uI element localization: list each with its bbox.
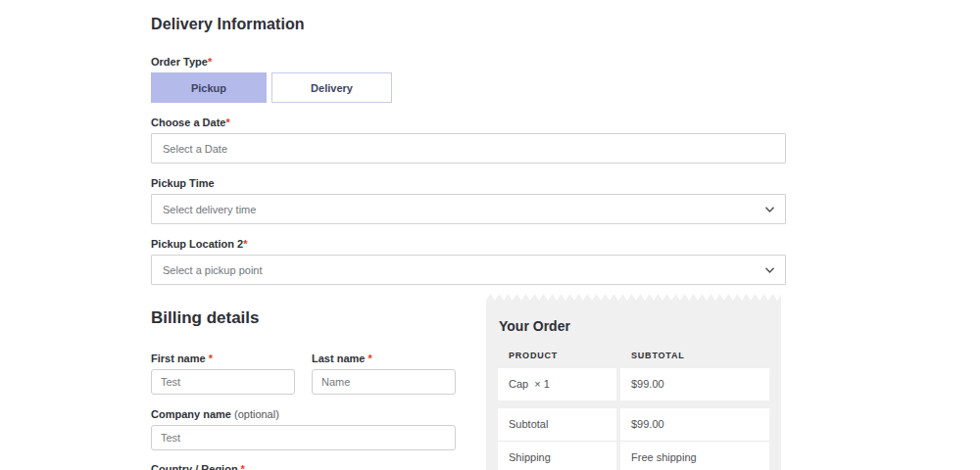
- pickup-location-field: Pickup Location 2* Select a pickup point: [151, 238, 786, 285]
- pickup-time-selected-value: Select delivery time: [163, 204, 256, 215]
- last-name-label: Last name*: [312, 352, 456, 365]
- required-asterisk: *: [225, 117, 229, 128]
- order-type-field: Order Type* Pickup Delivery: [151, 56, 786, 103]
- shipping-label: Shipping: [498, 441, 616, 470]
- last-name-field: Last name*: [312, 352, 456, 395]
- first-name-input[interactable]: [151, 369, 295, 395]
- pickup-location-select[interactable]: Select a pickup point: [151, 255, 786, 285]
- pickup-time-select[interactable]: Select delivery time: [151, 194, 786, 224]
- delivery-information-section: Delivery Information Order Type* Pickup …: [151, 16, 786, 299]
- order-subtotal-row: Subtotal $99.00: [498, 408, 769, 441]
- order-item-name: Cap × 1: [498, 368, 616, 400]
- chevron-down-icon: [765, 207, 774, 212]
- delivery-button[interactable]: Delivery: [271, 72, 392, 103]
- receipt-edge-decoration: [486, 294, 781, 301]
- required-asterisk: *: [241, 463, 245, 470]
- subtotal-column-header: SUBTOTAL: [620, 351, 769, 368]
- order-item-quantity: × 1: [534, 378, 550, 390]
- name-fields-row: First name* Last name*: [151, 352, 486, 395]
- order-item-subtotal: $99.00: [620, 368, 769, 400]
- pickup-location-selected-value: Select a pickup point: [163, 264, 263, 276]
- subtotal-label: Subtotal: [498, 408, 616, 441]
- order-table-header: PRODUCT SUBTOTAL: [498, 351, 769, 368]
- pickup-time-label: Pickup Time: [151, 177, 786, 190]
- order-type-label: Order Type*: [151, 56, 786, 69]
- your-order-panel-body: Your Order PRODUCT SUBTOTAL Cap × 1 $99.…: [486, 301, 781, 470]
- delivery-information-title: Delivery Information: [151, 16, 786, 33]
- first-name-field: First name*: [151, 352, 295, 395]
- required-asterisk: *: [209, 352, 213, 364]
- order-shipping-row: Shipping Free shipping: [498, 441, 769, 470]
- required-asterisk: *: [208, 56, 212, 68]
- country-field: Country / Region*: [151, 463, 486, 470]
- country-label: Country / Region*: [151, 463, 486, 470]
- subtotal-value: $99.00: [620, 408, 769, 441]
- checkout-page: { "delivery": { "title": "Delivery Infor…: [0, 0, 980, 470]
- company-name-input[interactable]: [151, 425, 456, 450]
- first-name-label: First name*: [151, 352, 295, 365]
- product-column-header: PRODUCT: [498, 351, 616, 368]
- pickup-time-field: Pickup Time Select delivery time: [151, 177, 786, 224]
- pickup-location-label: Pickup Location 2*: [151, 238, 786, 251]
- order-item-row: Cap × 1 $99.00: [498, 368, 769, 400]
- billing-details-section: Billing details First name* Last name* C…: [151, 308, 486, 470]
- chevron-down-icon: [765, 267, 774, 273]
- your-order-panel: Your Order PRODUCT SUBTOTAL Cap × 1 $99.…: [486, 294, 781, 470]
- company-name-field: Company name (optional): [151, 408, 456, 450]
- billing-details-title: Billing details: [151, 308, 486, 328]
- company-name-label: Company name (optional): [151, 408, 456, 421]
- last-name-input[interactable]: [312, 369, 456, 395]
- your-order-title: Your Order: [499, 318, 769, 334]
- shipping-value: Free shipping: [620, 441, 769, 470]
- required-asterisk: *: [368, 352, 371, 364]
- order-type-button-group: Pickup Delivery: [151, 72, 786, 103]
- date-input[interactable]: [151, 133, 786, 164]
- pickup-button[interactable]: Pickup: [151, 72, 267, 103]
- date-label: Choose a Date*: [151, 117, 786, 129]
- optional-note: (optional): [234, 408, 279, 420]
- required-asterisk: *: [243, 238, 247, 250]
- date-field: Choose a Date*: [151, 117, 786, 164]
